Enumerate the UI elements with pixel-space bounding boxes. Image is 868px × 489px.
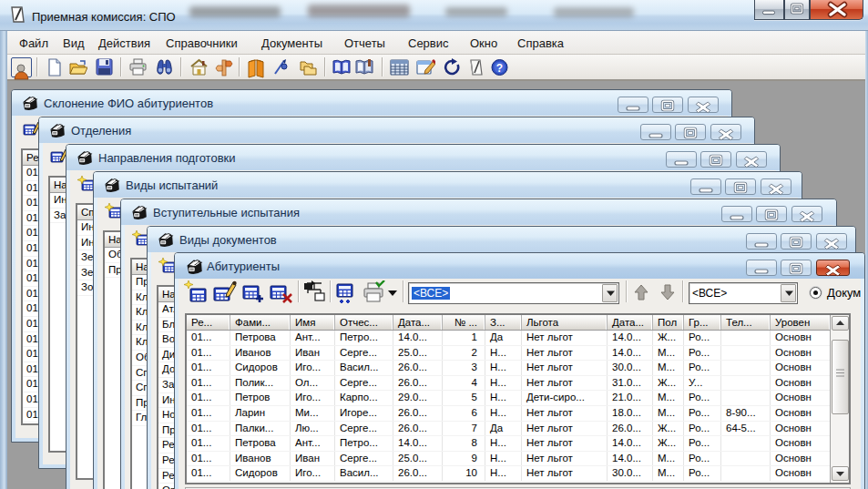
svg-text:?: ? [496, 62, 503, 75]
